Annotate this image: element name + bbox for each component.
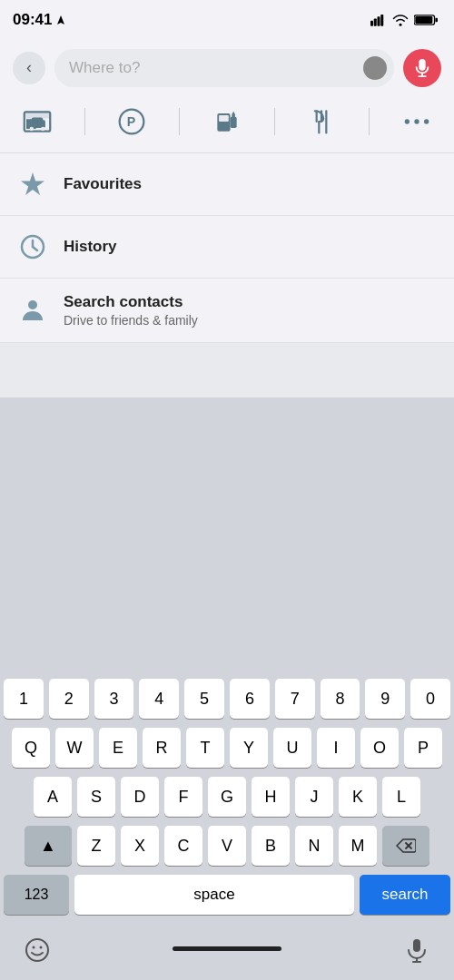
svg-point-29	[424, 119, 429, 123]
emoji-button[interactable]	[22, 935, 53, 965]
dictation-mic-icon	[404, 937, 429, 963]
keyboard: 1 2 3 4 5 6 7 8 9 0 Q W E R T Y U I O P …	[0, 671, 454, 980]
key-q[interactable]: Q	[12, 728, 50, 768]
chevron-left-icon: ‹	[26, 58, 32, 77]
divider-1	[84, 108, 85, 135]
key-o[interactable]: O	[360, 728, 399, 768]
key-7[interactable]: 7	[275, 679, 315, 719]
svg-line-32	[33, 247, 37, 250]
parking-p-icon: P	[114, 103, 150, 140]
key-c[interactable]: C	[164, 826, 202, 866]
search-key[interactable]: search	[360, 875, 450, 915]
key-f[interactable]: F	[164, 777, 202, 817]
key-s[interactable]: S	[77, 777, 115, 817]
category-parking-garage[interactable]: 🅿	[10, 103, 64, 140]
svg-point-27	[405, 119, 410, 123]
key-g[interactable]: G	[208, 777, 246, 817]
search-input-placeholder: Where to?	[69, 59, 356, 77]
history-title: History	[64, 238, 438, 256]
search-input-wrap[interactable]: Where to?	[54, 49, 394, 87]
key-y[interactable]: Y	[230, 728, 268, 768]
key-6[interactable]: 6	[230, 679, 270, 719]
svg-rect-22	[232, 112, 234, 115]
location-arrow-icon	[55, 15, 66, 25]
search-bar-area: ‹ Where to?	[0, 40, 454, 98]
key-4[interactable]: 4	[139, 679, 179, 719]
svg-rect-5	[415, 16, 432, 24]
list-item-search-contacts[interactable]: Search contacts Drive to friends & famil…	[0, 279, 454, 343]
key-l[interactable]: L	[382, 777, 420, 817]
key-z[interactable]: Z	[77, 826, 115, 866]
delete-icon	[396, 838, 416, 853]
key-d[interactable]: D	[121, 777, 159, 817]
clock: 09:41	[13, 11, 52, 29]
key-123[interactable]: 123	[4, 875, 69, 915]
svg-point-28	[414, 119, 419, 123]
key-0[interactable]: 0	[410, 679, 450, 719]
key-p[interactable]: P	[404, 728, 442, 768]
list-item-history[interactable]: History	[0, 216, 454, 279]
category-parking[interactable]: P	[104, 103, 159, 140]
category-more[interactable]	[390, 103, 444, 140]
key-t[interactable]: T	[186, 728, 224, 768]
svg-point-15	[41, 127, 44, 131]
key-space[interactable]: space	[74, 875, 354, 915]
home-indicator	[173, 946, 281, 951]
status-time: 09:41	[13, 11, 66, 29]
svg-rect-13	[32, 118, 43, 123]
key-8[interactable]: 8	[321, 679, 360, 719]
key-a[interactable]: A	[34, 777, 72, 817]
key-j[interactable]: J	[295, 777, 333, 817]
svg-rect-20	[230, 117, 236, 128]
svg-rect-1	[374, 19, 377, 26]
key-h[interactable]: H	[252, 777, 290, 817]
parking-garage-icon: 🅿	[19, 103, 55, 140]
key-5[interactable]: 5	[184, 679, 224, 719]
search-contacts-title: Search contacts	[64, 293, 438, 311]
key-m[interactable]: M	[339, 826, 377, 866]
key-n[interactable]: N	[295, 826, 333, 866]
key-v[interactable]: V	[208, 826, 246, 866]
key-k[interactable]: K	[339, 777, 377, 817]
more-dots-icon	[399, 103, 435, 140]
svg-point-36	[26, 939, 48, 961]
svg-point-33	[28, 300, 37, 309]
spacer	[0, 343, 454, 397]
history-clock-icon	[16, 230, 49, 263]
key-i[interactable]: I	[317, 728, 355, 768]
keyboard-row-bottom: 123 space search	[4, 875, 450, 915]
key-b[interactable]: B	[252, 826, 290, 866]
dictation-mic-button[interactable]	[401, 935, 432, 965]
svg-point-14	[29, 127, 33, 131]
svg-rect-2	[378, 16, 380, 26]
key-w[interactable]: W	[55, 728, 94, 768]
key-shift[interactable]: ▲	[25, 826, 72, 866]
status-bar: 09:41	[0, 0, 454, 40]
list-item-favourites[interactable]: Favourites	[0, 153, 454, 216]
key-r[interactable]: R	[143, 728, 181, 768]
divider-4	[369, 108, 370, 135]
category-fuel[interactable]	[200, 103, 254, 140]
key-1[interactable]: 1	[4, 679, 44, 719]
key-3[interactable]: 3	[94, 679, 134, 719]
key-u[interactable]: U	[273, 728, 311, 768]
key-2[interactable]: 2	[49, 679, 89, 719]
key-x[interactable]: X	[121, 826, 159, 866]
svg-rect-11	[25, 112, 50, 118]
mic-button[interactable]	[403, 49, 441, 87]
contacts-person-icon	[16, 294, 49, 327]
key-9[interactable]: 9	[365, 679, 405, 719]
divider-2	[179, 108, 180, 135]
key-delete[interactable]	[382, 826, 429, 866]
favourites-star-icon	[16, 168, 49, 201]
restaurant-icon	[303, 103, 340, 140]
microphone-icon	[412, 58, 432, 78]
search-contacts-text: Search contacts Drive to friends & famil…	[64, 293, 438, 328]
history-text: History	[64, 238, 438, 256]
back-button[interactable]: ‹	[13, 52, 45, 84]
key-e[interactable]: E	[99, 728, 137, 768]
favourites-title: Favourites	[64, 175, 438, 193]
category-restaurant[interactable]	[294, 103, 349, 140]
signal-icon	[370, 14, 387, 26]
search-contacts-subtitle: Drive to friends & family	[64, 313, 438, 328]
